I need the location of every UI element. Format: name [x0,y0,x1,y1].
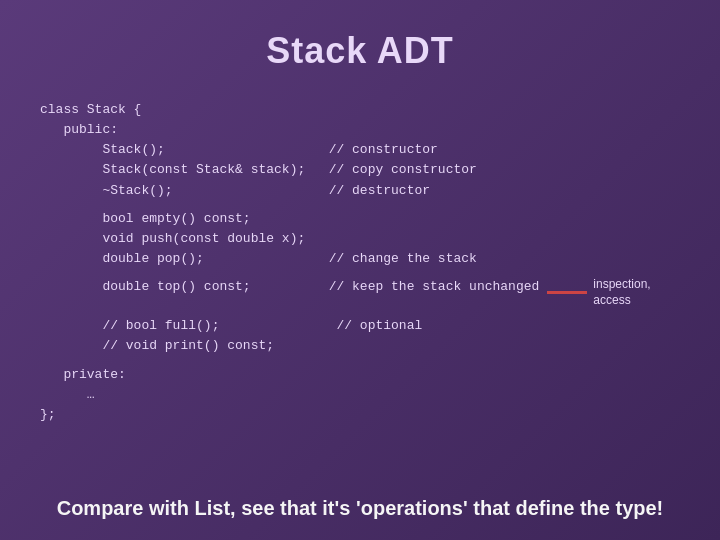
spacer [40,357,680,365]
code-text: … [40,385,95,405]
comment-top: // keep the stack unchanged [329,277,540,297]
code-text: void push(const double x); [40,229,305,249]
code-text: double pop(); [40,249,329,269]
code-line-pop: double pop(); // change the stack [40,249,680,269]
slide-title: Stack ADT [40,30,680,72]
code-line-push: void push(const double x); [40,229,680,249]
code-line-top: double top() const; // keep the stack un… [40,277,680,308]
code-text: // bool full(); [40,316,336,336]
code-line-print: // void print() const; [40,336,680,356]
arrow-line [547,291,587,294]
spacer [40,201,680,209]
code-text: Stack(const Stack& stack); [40,160,329,180]
code-line-destructor: ~Stack(); // destructor [40,181,680,201]
slide: Stack ADT class Stack { public: Stack();… [0,0,720,540]
spacer [40,269,680,277]
code-text: bool empty() const; [40,209,251,229]
code-line-full: // bool full(); // optional [40,316,680,336]
code-text: private: [40,365,126,385]
bottom-text: Compare with List, see that it's 'operat… [40,491,680,520]
comment: // destructor [329,181,430,201]
code-block: class Stack { public: Stack(); // constr… [40,100,680,481]
code-text: }; [40,405,56,425]
comment: // constructor [329,140,438,160]
code-line-empty: bool empty() const; [40,209,680,229]
code-text: Stack(); [40,140,329,160]
comment: // change the stack [329,249,477,269]
top-annotation: inspection, access [547,277,673,308]
code-text: double top() const; [40,277,329,297]
comment: // optional [336,316,422,336]
code-line-constructor: Stack(); // constructor [40,140,680,160]
spacer [40,308,680,316]
code-text: // void print() const; [40,336,274,356]
code-text: public: [40,120,118,140]
code-line-close: }; [40,405,680,425]
code-line-class: class Stack { [40,100,680,120]
code-text: class Stack { [40,100,141,120]
code-line-private: private: [40,365,680,385]
comment: // copy constructor [329,160,477,180]
code-line-public: public: [40,120,680,140]
code-line-ellipsis: … [40,385,680,405]
annotation-text: inspection, access [593,277,673,308]
code-text: ~Stack(); [40,181,329,201]
code-line-copy-constructor: Stack(const Stack& stack); // copy const… [40,160,680,180]
